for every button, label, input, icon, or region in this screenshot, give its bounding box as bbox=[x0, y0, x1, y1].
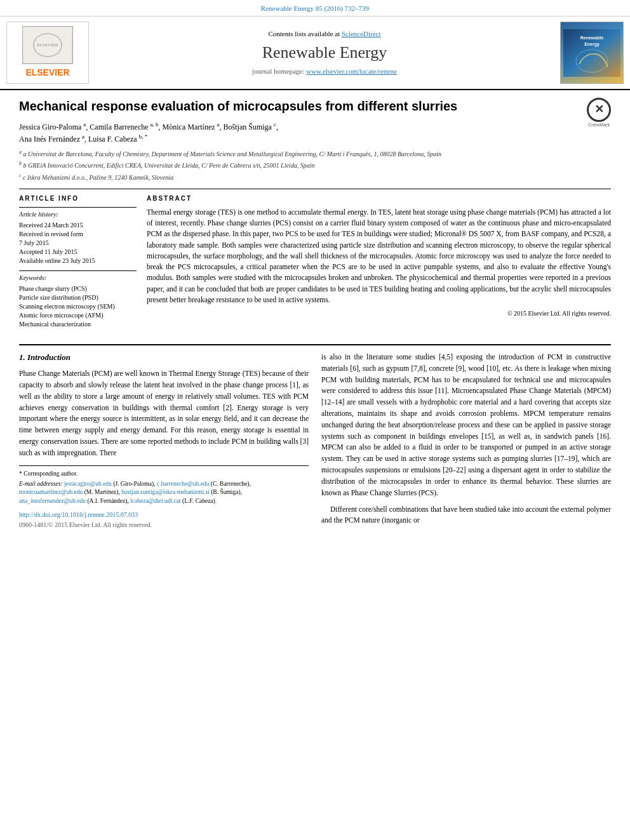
keyword-2: Particle size distribution (PSD) bbox=[19, 293, 137, 302]
elsevier-logo-block: ELSEVIER ELSEVIER bbox=[6, 22, 89, 84]
doi-link: http://dx.doi.org/10.1016/j.renene.2015.… bbox=[19, 510, 309, 519]
abstract-title: ABSTRACT bbox=[147, 194, 611, 203]
email-link-6[interactable]: lcabeza@diei.udl.cat bbox=[130, 498, 180, 504]
affiliation-c: c c Iskra Mehanizmi d.o.o., Pažine 9, 12… bbox=[19, 172, 611, 182]
body-right-column: is also in the literature some studies [… bbox=[321, 352, 611, 531]
article-info-panel: ARTICLE INFO Article history: Received 2… bbox=[19, 194, 137, 334]
svg-text:Energy: Energy bbox=[584, 42, 600, 47]
intro-para-2: is also in the literature some studies [… bbox=[321, 352, 611, 499]
abstract-text: Thermal energy storage (TES) is one meth… bbox=[147, 207, 611, 305]
crossmark-icon: ✕ bbox=[587, 98, 611, 122]
article-history: Article history: Received 24 March 2015 … bbox=[19, 207, 137, 265]
intro-text-left: Phase Change Materials (PCM) are well kn… bbox=[19, 368, 309, 459]
revised-date: 7 July 2015 bbox=[19, 239, 137, 248]
journal-citation: Renewable Energy 85 (2016) 732–739 bbox=[0, 0, 630, 17]
paper-title: Mechanical response evaluation of microc… bbox=[19, 98, 611, 114]
affiliation-b: b b GREiA Innovació Concurrent, Edifici … bbox=[19, 160, 611, 170]
online-date: Available online 23 July 2015 bbox=[19, 257, 137, 265]
elsevier-wordmark: ELSEVIER bbox=[25, 67, 69, 79]
email-link-2[interactable]: c.barreneche@ub.edu bbox=[157, 481, 210, 487]
footnotes: * Corresponding author. E-mail addresses… bbox=[19, 465, 309, 530]
article-history-label: Article history: bbox=[19, 210, 137, 219]
intro-para-3: Different core/shell combinations that h… bbox=[321, 504, 611, 527]
email-addresses: E-mail addresses: jessicagiro@ub.edu (J.… bbox=[19, 480, 309, 505]
email-link-3[interactable]: monicuamartinez@ub.edu bbox=[19, 489, 83, 495]
received-date: Received 24 March 2015 bbox=[19, 221, 137, 230]
svg-text:ELSEVIER: ELSEVIER bbox=[37, 43, 58, 48]
body-left-column: 1. Introduction Phase Change Materials (… bbox=[19, 352, 309, 531]
journal-homepage: journal homepage: www.elsevier.com/locat… bbox=[252, 67, 397, 76]
article-info-title: ARTICLE INFO bbox=[19, 194, 137, 203]
issn-text: 0960-1481/© 2015 Elsevier Ltd. All right… bbox=[19, 521, 309, 530]
abstract-panel: ABSTRACT Thermal energy storage (TES) is… bbox=[147, 194, 611, 334]
intro-text-right: is also in the literature some studies [… bbox=[321, 352, 611, 526]
keywords-label: Keywords: bbox=[19, 274, 137, 283]
authors-list: Jessica Giro-Paloma a, Camila Barreneche… bbox=[19, 121, 611, 145]
corresponding-author: * Corresponding author. bbox=[19, 470, 309, 478]
accepted-date: Accepted 11 July 2015 bbox=[19, 248, 137, 257]
revised-label: Received in revised form bbox=[19, 230, 137, 239]
email-link-5[interactable]: ana_inesfernandez@ub.edu bbox=[19, 498, 86, 504]
science-direct-link[interactable]: ScienceDirect bbox=[342, 30, 381, 37]
intro-para-1: Phase Change Materials (PCM) are well kn… bbox=[19, 368, 309, 459]
email-link-4[interactable]: bostjan.sumiga@iskra-mehanizmi.si bbox=[121, 489, 210, 495]
science-direct-label: Contents lists available at ScienceDirec… bbox=[268, 29, 380, 39]
intro-heading: 1. Introduction bbox=[19, 352, 309, 363]
keywords-section: Keywords: Phase change slurry (PCS) Part… bbox=[19, 270, 137, 329]
journal-title: Renewable Energy bbox=[262, 41, 387, 64]
keyword-4: Atomic force microscope (AFM) bbox=[19, 311, 137, 320]
main-content: ✕ CrossMark Mechanical response evaluati… bbox=[0, 90, 630, 539]
journal-homepage-link[interactable]: www.elsevier.com/locate/renene bbox=[306, 67, 397, 75]
section-divider bbox=[19, 344, 611, 345]
journal-info-center: Contents lists available at ScienceDirec… bbox=[95, 22, 554, 84]
keyword-5: Mechanical characterization bbox=[19, 320, 137, 329]
journal-header: ELSEVIER ELSEVIER Contents lists availab… bbox=[0, 17, 630, 90]
crossmark-badge: ✕ CrossMark bbox=[587, 98, 611, 128]
email-link-1[interactable]: jessicagiro@ub.edu bbox=[64, 481, 112, 487]
journal-thumbnail: Renewable Energy bbox=[560, 22, 624, 84]
affiliations: a a Universitat de Barcelona, Faculty of… bbox=[19, 149, 611, 182]
elsevier-graphic: ELSEVIER bbox=[22, 26, 73, 64]
body-columns: 1. Introduction Phase Change Materials (… bbox=[19, 352, 611, 531]
svg-text:Renewable: Renewable bbox=[580, 36, 604, 40]
keyword-1: Phase change slurry (PCS) bbox=[19, 284, 137, 293]
affiliation-a: a a Universitat de Barcelona, Faculty of… bbox=[19, 149, 611, 159]
journal-citation-text: Renewable Energy 85 (2016) 732–739 bbox=[261, 4, 369, 12]
keyword-3: Scanning electron microscopy (SEM) bbox=[19, 302, 137, 311]
article-info-abstract: ARTICLE INFO Article history: Received 2… bbox=[19, 189, 611, 334]
copyright-notice: © 2015 Elsevier Ltd. All rights reserved… bbox=[147, 309, 611, 318]
